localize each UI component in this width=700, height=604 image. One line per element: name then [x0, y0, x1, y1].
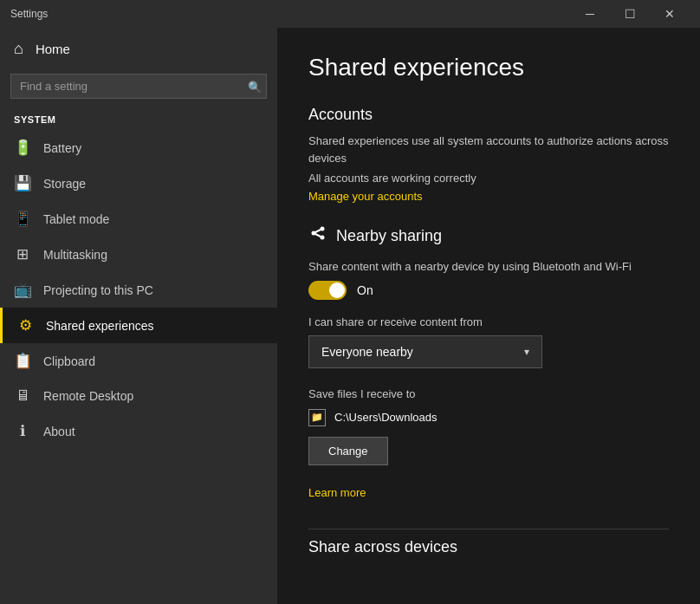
- toggle-state-label: On: [357, 283, 373, 297]
- accounts-description: Shared experiences use all system accoun…: [308, 133, 669, 166]
- file-path-row: 📁 C:\Users\Downloads: [308, 409, 669, 426]
- search-icon[interactable]: 🔍: [248, 80, 262, 93]
- maximize-button[interactable]: ☐: [610, 0, 650, 28]
- sidebar-home[interactable]: ⌂ Home: [0, 28, 277, 70]
- sidebar-item-label: Clipboard: [43, 354, 95, 368]
- titlebar: Settings ─ ☐ ✕: [0, 0, 700, 28]
- app-container: ⌂ Home 🔍 System 🔋 Battery 💾 Storage 📱 Ta…: [0, 28, 700, 604]
- tablet-icon: 📱: [14, 210, 31, 228]
- clipboard-icon: 📋: [14, 352, 31, 370]
- sidebar: ⌂ Home 🔍 System 🔋 Battery 💾 Storage 📱 Ta…: [0, 28, 277, 604]
- nearby-heading: Nearby sharing: [308, 224, 669, 248]
- sidebar-item-label: Projecting to this PC: [43, 283, 153, 297]
- titlebar-controls: ─ ☐ ✕: [570, 0, 690, 28]
- share-from-dropdown[interactable]: Everyone nearby ▾: [308, 335, 542, 368]
- svg-point-2: [321, 236, 325, 240]
- sidebar-item-shared-experiences[interactable]: ⚙ Shared experiences: [0, 308, 277, 343]
- multitasking-icon: ⊞: [14, 245, 31, 263]
- home-icon: ⌂: [14, 40, 23, 58]
- sidebar-item-label: Shared experiences: [46, 319, 154, 333]
- sidebar-item-tablet-mode[interactable]: 📱 Tablet mode: [0, 201, 277, 237]
- close-button[interactable]: ✕: [650, 0, 690, 28]
- nearby-share-icon: [308, 224, 327, 248]
- accounts-title: Accounts: [308, 106, 669, 124]
- remote-desktop-icon: 🖥: [14, 387, 31, 405]
- sidebar-item-label: Tablet mode: [43, 212, 109, 226]
- chevron-down-icon: ▾: [524, 346, 529, 358]
- folder-icon: 📁: [308, 409, 326, 426]
- projecting-icon: 📺: [14, 281, 31, 299]
- battery-icon: 🔋: [14, 139, 31, 157]
- search-input[interactable]: [10, 74, 267, 99]
- change-button[interactable]: Change: [308, 437, 388, 465]
- sidebar-item-label: Battery: [43, 141, 81, 155]
- system-section-label: System: [0, 109, 277, 130]
- save-files-label: Save files I receive to: [308, 387, 669, 400]
- learn-more-link[interactable]: Learn more: [308, 486, 366, 499]
- page-title: Shared experiences: [308, 54, 669, 81]
- sidebar-item-battery[interactable]: 🔋 Battery: [0, 130, 277, 166]
- share-from-label: I can share or receive content from: [308, 315, 669, 328]
- sidebar-item-label: Remote Desktop: [43, 389, 133, 403]
- nearby-sharing-title: Nearby sharing: [336, 227, 442, 245]
- sidebar-item-projecting[interactable]: 📺 Projecting to this PC: [0, 272, 277, 308]
- share-across-title: Share across devices: [308, 538, 669, 556]
- sidebar-item-clipboard[interactable]: 📋 Clipboard: [0, 343, 277, 379]
- svg-point-1: [312, 231, 316, 236]
- main-content: Shared experiences Accounts Shared exper…: [277, 28, 700, 604]
- storage-icon: 💾: [14, 174, 31, 192]
- home-label: Home: [36, 42, 70, 56]
- sidebar-item-label: Multitasking: [43, 248, 107, 262]
- sidebar-item-label: Storage: [43, 177, 86, 191]
- nearby-toggle-row: On: [308, 281, 669, 300]
- shared-experiences-icon: ⚙: [16, 316, 34, 334]
- accounts-status: All accounts are working correctly: [308, 172, 669, 185]
- minimize-button[interactable]: ─: [570, 0, 610, 28]
- about-icon: ℹ: [14, 422, 31, 440]
- manage-accounts-link[interactable]: Manage your accounts: [308, 190, 423, 203]
- sidebar-item-multitasking[interactable]: ⊞ Multitasking: [0, 237, 277, 272]
- sidebar-item-remote-desktop[interactable]: 🖥 Remote Desktop: [0, 379, 277, 413]
- file-path-text: C:\Users\Downloads: [334, 411, 438, 424]
- toggle-knob: [329, 283, 345, 298]
- search-box-container: 🔍: [10, 74, 267, 99]
- sidebar-item-about[interactable]: ℹ About: [0, 413, 277, 449]
- sidebar-item-label: About: [43, 425, 75, 438]
- titlebar-title: Settings: [10, 8, 48, 20]
- share-across-section: Share across devices: [308, 529, 669, 556]
- sidebar-item-storage[interactable]: 💾 Storage: [0, 166, 277, 201]
- svg-point-0: [321, 227, 325, 231]
- nearby-toggle[interactable]: [308, 281, 347, 300]
- nearby-description: Share content with a nearby device by us…: [308, 258, 669, 276]
- dropdown-value: Everyone nearby: [321, 345, 413, 359]
